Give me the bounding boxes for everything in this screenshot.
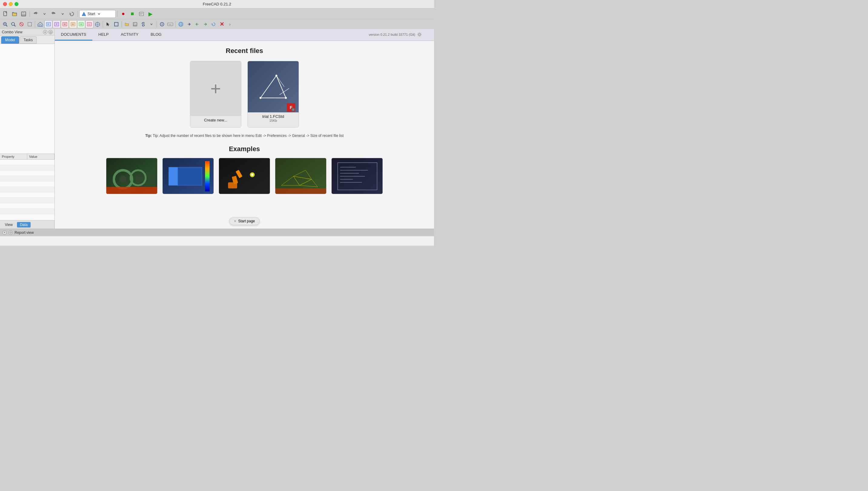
- link-button[interactable]: [139, 20, 147, 28]
- files-grid: + Create new...: [67, 61, 422, 127]
- report-view-content: [0, 236, 434, 246]
- home-view-button[interactable]: [36, 20, 44, 28]
- right-view-button[interactable]: R: [61, 20, 69, 28]
- example-card-gears[interactable]: [106, 158, 157, 194]
- svg-point-56: [260, 97, 261, 99]
- robot-preview: [219, 158, 270, 194]
- minimize-button[interactable]: [9, 2, 13, 6]
- save-file-button[interactable]: [20, 10, 28, 18]
- redo-dropdown[interactable]: [58, 10, 67, 18]
- keyboard-button[interactable]: [166, 20, 174, 28]
- combo-view-close[interactable]: ×: [43, 30, 47, 34]
- settings-icon[interactable]: [417, 32, 422, 37]
- example-card-mesh[interactable]: [275, 158, 327, 194]
- mesh-preview: [275, 158, 327, 194]
- view-tab[interactable]: View: [2, 222, 16, 228]
- save-button2[interactable]: [131, 20, 139, 28]
- prop-row: [0, 192, 55, 198]
- stop-button[interactable]: ■: [128, 10, 137, 18]
- tab-blog[interactable]: BLOG: [145, 29, 168, 40]
- open-button2[interactable]: [123, 20, 131, 28]
- nav-reload-button[interactable]: [210, 20, 217, 28]
- example-card-robot[interactable]: [219, 158, 270, 194]
- right-content: DOCUMENTS HELP ACTIVITY BLOG version 0.2…: [55, 29, 434, 229]
- zoom-selection-button[interactable]: [9, 20, 17, 28]
- maximize-button[interactable]: [14, 2, 19, 6]
- property-panel: Property Value: [0, 153, 55, 220]
- top-view-button[interactable]: T: [53, 20, 61, 28]
- combo-view-controls: × ⊙: [43, 30, 53, 34]
- help-button[interactable]: ?: [158, 20, 166, 28]
- thermal-preview: [162, 158, 214, 194]
- undo-button[interactable]: [31, 10, 40, 18]
- undo-dropdown[interactable]: [40, 10, 49, 18]
- report-view-close-icon[interactable]: ×: [2, 231, 7, 235]
- web-browser-button[interactable]: [177, 20, 185, 28]
- play-button[interactable]: ▶: [146, 10, 155, 18]
- model-tree: [0, 44, 55, 153]
- report-view-detach-icon[interactable]: ⊙: [8, 231, 13, 235]
- link-dropdown-button[interactable]: [148, 20, 155, 28]
- combo-view-detach[interactable]: ⊙: [49, 30, 53, 34]
- svg-text:Rr: Rr: [72, 23, 74, 25]
- main-toolbar: Start ● ■ ▶: [0, 8, 434, 19]
- isometric-view-button[interactable]: [94, 20, 101, 28]
- svg-rect-72: [219, 158, 270, 194]
- example-card-thermal[interactable]: [162, 158, 214, 194]
- svg-rect-17: [39, 25, 41, 26]
- prop-row: [0, 171, 55, 176]
- svg-text:T: T: [56, 23, 58, 25]
- macro-button[interactable]: [137, 10, 146, 18]
- bounding-box-button[interactable]: [26, 20, 34, 28]
- refresh-button[interactable]: [67, 10, 76, 18]
- example-card-code[interactable]: [331, 158, 383, 194]
- left-view-button[interactable]: L: [85, 20, 93, 28]
- main-area: Combo View × ⊙ Model Tasks Property Valu…: [0, 29, 434, 229]
- new-file-button[interactable]: [1, 10, 10, 18]
- workbench-selector[interactable]: Start: [79, 10, 116, 18]
- prop-row: [0, 181, 55, 187]
- nav-close-button[interactable]: ✕: [218, 20, 226, 28]
- file-card-trial1[interactable]: F trial 1.FCStd 15Kb: [247, 61, 299, 127]
- recent-files-title: Recent files: [67, 47, 422, 55]
- nav-forward-button[interactable]: [185, 20, 193, 28]
- combo-view-title: Combo View: [2, 30, 22, 34]
- box-select-button[interactable]: [112, 20, 120, 28]
- svg-line-52: [276, 76, 286, 98]
- start-page-label: Start page: [238, 219, 255, 223]
- more-button[interactable]: ›: [226, 20, 234, 28]
- no-selection-button[interactable]: [18, 20, 25, 28]
- select-tool-button[interactable]: [104, 20, 112, 28]
- svg-point-64: [119, 176, 127, 183]
- tab-tasks[interactable]: Tasks: [20, 36, 37, 44]
- tab-model[interactable]: Model: [1, 36, 19, 44]
- start-page-badge[interactable]: × Start page: [229, 217, 260, 225]
- open-file-button[interactable]: [10, 10, 19, 18]
- close-button[interactable]: [3, 2, 7, 6]
- nav-back-button[interactable]: [193, 20, 201, 28]
- bottom-area: × ⊙ Report view CAD Dimension: [0, 229, 434, 246]
- workbench-label: Start: [88, 12, 95, 16]
- create-new-thumb: +: [190, 61, 241, 116]
- nav-next-button[interactable]: [201, 20, 209, 28]
- prop-row: [0, 198, 55, 203]
- prop-row: [0, 203, 55, 209]
- redo-button[interactable]: [49, 10, 58, 18]
- create-new-card[interactable]: + Create new...: [190, 61, 241, 127]
- data-tab[interactable]: Data: [17, 222, 31, 228]
- separator3: [117, 11, 118, 17]
- tab-documents[interactable]: DOCUMENTS: [55, 29, 92, 40]
- svg-point-12: [11, 22, 14, 25]
- record-button[interactable]: ●: [119, 10, 127, 18]
- tab-activity[interactable]: ACTIVITY: [115, 29, 145, 40]
- version-text: version 0.21.2 build 33771 (Git): [369, 33, 415, 36]
- value-col-header: Value: [27, 154, 55, 159]
- svg-rect-32: [115, 22, 118, 26]
- zoom-fit-button[interactable]: [1, 20, 9, 28]
- front-view-button[interactable]: F: [44, 20, 52, 28]
- rear-view-button[interactable]: Rr: [69, 20, 77, 28]
- tab-help[interactable]: HELP: [92, 29, 115, 40]
- svg-point-77: [251, 174, 253, 176]
- svg-point-66: [135, 175, 141, 181]
- bottom-view-button[interactable]: B: [77, 20, 85, 28]
